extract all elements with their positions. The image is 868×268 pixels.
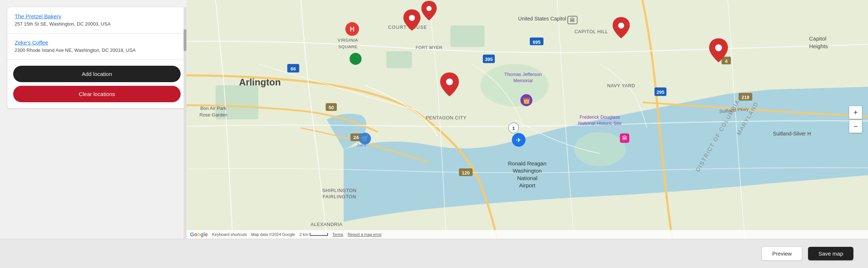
map-data-text: Map data ©2024 Google [251,232,295,237]
svg-text:ALEXANDRIA: ALEXANDRIA [311,222,343,227]
panel-content: The Pretzel Bakery 257 15th St SE, Washi… [0,0,186,239]
left-panel: The Pretzel Bakery 257 15th St SE, Washi… [0,0,186,239]
keyboard-shortcuts[interactable]: Keyboard shortcuts [212,232,247,237]
svg-text:👑: 👑 [523,97,531,104]
svg-text:Joe's: Joe's [356,142,366,147]
svg-point-70 [618,23,624,28]
svg-text:120: 120 [462,170,469,176]
report-error-link[interactable]: Report a map error [348,232,382,237]
svg-text:National: National [517,175,537,181]
location-name-2[interactable]: Zeke's Coffee [15,39,179,46]
svg-text:695: 695 [533,39,540,45]
terms-link[interactable]: Terms [332,232,343,237]
svg-text:Frederick Douglass: Frederick Douglass [580,114,620,120]
svg-text:Capitol: Capitol [809,35,826,42]
zoom-out-button[interactable]: − [849,120,862,133]
svg-point-72 [715,44,722,51]
buttons-section: Add location Clear locations [7,60,186,108]
location-address-1: 257 15th St SE, Washington, DC 20003, US… [15,21,179,27]
svg-text:Rose Garden: Rose Garden [199,112,227,118]
svg-text:National Historic Site: National Historic Site [578,120,622,126]
svg-text:H: H [350,26,355,33]
svg-text:SQUARE: SQUARE [338,44,358,49]
svg-text:Airport: Airport [519,182,536,188]
svg-point-71 [446,79,453,85]
svg-text:Washington: Washington [513,168,542,174]
svg-text:Arlington: Arlington [239,77,281,87]
svg-text:Thomas Jefferson: Thomas Jefferson [504,72,541,77]
svg-text:VIRGINIA: VIRGINIA [338,38,358,42]
map-scale: 2 km [299,232,328,237]
svg-text:Heights: Heights [809,43,828,49]
svg-text:🌲: 🌲 [352,55,360,63]
svg-text:50: 50 [329,105,334,110]
svg-rect-2 [386,51,412,68]
location-name-1[interactable]: The Pretzel Bakery [15,13,179,19]
svg-text:218: 218 [741,95,749,100]
svg-text:PENTAGON CITY: PENTAGON CITY [426,115,466,120]
svg-text:Ronald Reagan: Ronald Reagan [508,160,546,166]
location-address-2: 2300 Rhode Island Ave NE, Washington, DC… [15,47,179,54]
svg-point-1 [480,64,549,107]
zoom-in-button[interactable]: + [849,106,862,119]
scrollbar-thumb[interactable] [184,29,186,51]
svg-text:United States Capitol: United States Capitol [518,16,566,22]
add-location-button[interactable]: Add location [13,66,181,82]
svg-text:Suitland-Silver H: Suitland-Silver H [773,131,811,137]
svg-text:✈: ✈ [516,137,521,144]
svg-text:66: 66 [291,66,296,72]
google-logo: Google [190,231,208,237]
main-area: The Pretzel Bakery 257 15th St SE, Washi… [0,0,868,239]
svg-point-73 [426,6,431,11]
map-svg: 66 395 295 50 244 218 120 4 1 [186,0,868,239]
svg-text:NAVY YARD: NAVY YARD [607,83,635,88]
svg-text:Memorial: Memorial [513,78,533,83]
svg-text:295: 295 [657,89,664,95]
svg-text:🏛: 🏛 [570,17,575,23]
svg-text:CAPITOL HILL: CAPITOL HILL [574,29,608,34]
map-container[interactable]: 66 395 295 50 244 218 120 4 1 [186,0,868,239]
zoom-controls: + − [849,106,862,133]
scale-bar [310,233,328,236]
map-footer: Google Keyboard shortcuts Map data ©2024… [186,230,868,239]
location-item-2: Zeke's Coffee 2300 Rhode Island Ave NE, … [7,34,186,60]
scale-label: 2 km [299,232,308,237]
svg-rect-5 [450,26,484,47]
bottom-toolbar: Preview Save map [0,239,868,268]
svg-point-69 [409,15,415,21]
svg-text:1: 1 [512,126,515,131]
svg-text:4: 4 [725,58,728,64]
svg-text:🏛: 🏛 [622,135,627,141]
svg-text:🛒: 🛒 [361,135,369,142]
svg-text:FAIRLINGTON: FAIRLINGTON [322,194,356,199]
svg-text:395: 395 [485,57,493,62]
svg-text:FORT MYER: FORT MYER [416,45,442,50]
clear-locations-button[interactable]: Clear locations [13,86,181,102]
preview-button[interactable]: Preview [762,246,802,261]
svg-text:SHIRLINGTON: SHIRLINGTON [322,188,356,193]
scrollbar-track[interactable] [184,7,186,239]
locations-card: The Pretzel Bakery 257 15th St SE, Washi… [7,7,186,108]
svg-text:Bon Air Park: Bon Air Park [200,106,227,111]
location-item-1: The Pretzel Bakery 257 15th St SE, Washi… [7,7,186,34]
save-map-button[interactable]: Save map [808,247,853,260]
